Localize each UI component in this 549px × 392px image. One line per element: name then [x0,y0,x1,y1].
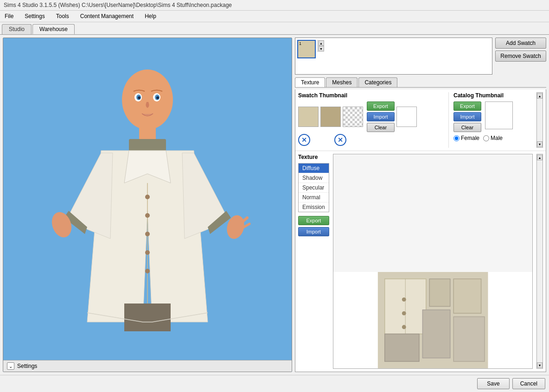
texture-section: Texture Diffuse Shadow Specular Normal E… [295,151,546,372]
svg-point-0 [122,70,173,130]
male-radio[interactable] [483,135,489,141]
texture-type-normal[interactable]: Normal [299,193,329,202]
svg-rect-24 [422,310,450,358]
scroll-up-button[interactable]: ▲ [319,40,324,46]
menu-content-management[interactable]: Content Management [77,12,136,20]
right-panel: 1 ▲ ▼ Add Swatch Remove Swatch Texture M… [295,38,546,372]
catalog-thumbnail-preview [485,101,513,129]
tab-warehouse[interactable]: Warehouse [32,24,75,34]
texture-type-specular[interactable]: Specular [299,183,329,193]
texture-preview [333,154,532,368]
svg-rect-23 [384,334,419,361]
main-tab-bar: Studio Warehouse [0,22,549,35]
tab-meshes[interactable]: Meshes [326,77,357,87]
swatch-scrollbar: ▲ ▼ [318,40,324,52]
tab-texture[interactable]: Texture [295,77,325,87]
texture-preview-area [333,154,533,369]
save-button[interactable]: Save [477,378,509,389]
scroll-up-texture-button[interactable]: ▲ [537,155,543,160]
texture-type-shadow[interactable]: Shadow [299,173,329,183]
thumbnail-row: Export Import Clear [298,101,444,132]
viewport-panel: ⌄ Settings [3,38,292,372]
thumb-catalog [396,107,417,127]
texture-bottom-half [333,272,532,368]
texture-import-button[interactable]: Import [298,227,329,236]
gender-row: Female Male [453,135,532,141]
texture-top: Swatch Thumbnail Export Import Clear [295,89,546,151]
male-radio-group[interactable]: Male [483,135,503,141]
swatch-thumbnail-section: Swatch Thumbnail Export Import Clear [298,92,444,148]
scroll-down-button[interactable]: ▼ [319,46,324,51]
texture-top-scrollbar[interactable]: ▲ ▼ [536,92,543,148]
catalog-thumbnail-title: Catalog Thumbnail [453,92,532,99]
swatch-number: 1 [299,41,301,46]
svg-point-26 [402,297,406,302]
3d-viewport[interactable] [3,38,292,360]
catalog-thumbnail-section: Catalog Thumbnail Export Import Clear Fe… [448,92,532,148]
svg-rect-25 [453,317,485,362]
settings-label: Settings [17,363,37,369]
texture-type-emission[interactable]: Emission [299,202,329,212]
menu-tools[interactable]: Tools [53,12,72,20]
settings-bar: ⌄ Settings [3,360,292,372]
texture-top-half [333,154,532,272]
svg-point-11 [145,213,150,218]
thumb-shadow [320,107,341,127]
settings-chevron-icon[interactable]: ⌄ [7,362,14,370]
catalog-clear-button[interactable]: Clear [453,123,481,132]
menu-file[interactable]: File [2,12,16,20]
menu-help[interactable]: Help [142,12,159,20]
texture-type-list: Diffuse Shadow Specular Normal Emission [298,163,329,212]
texture-svg [333,272,532,368]
menu-settings[interactable]: Settings [22,12,47,20]
catalog-export-button[interactable]: Export [453,101,481,111]
swatch-import-button[interactable]: Import [367,112,395,121]
x-icon: ✕ [301,136,307,144]
svg-point-6 [156,96,159,99]
female-radio-group[interactable]: Female [453,135,479,141]
svg-point-27 [402,311,406,316]
tab-studio[interactable]: Studio [2,24,32,34]
add-swatch-button[interactable]: Add Swatch [495,38,546,49]
svg-point-14 [145,269,150,273]
svg-point-13 [145,250,150,255]
female-label: Female [461,135,479,141]
thumb-diffuse [298,107,319,127]
swatch-export-button[interactable]: Export [367,101,395,111]
scroll-up-top-button[interactable]: ▲ [537,93,543,99]
thumb-specular [343,107,363,127]
remove-swatch-button[interactable]: Remove Swatch [495,51,546,62]
tab-categories[interactable]: Categories [358,77,397,87]
swatch-item[interactable]: 1 [297,40,316,58]
cancel-button[interactable]: Cancel [512,378,545,389]
delete-row: ✕ ✕ [298,134,444,146]
scroll-down-texture-button[interactable]: ▼ [537,362,543,368]
svg-rect-20 [453,279,481,313]
title-bar: Sims 4 Studio 3.1.5.5 (Wishes) C:\Users\… [0,0,549,11]
texture-section-title: Texture [298,154,329,160]
texture-type-diffuse[interactable]: Diffuse [299,164,329,173]
swatch-buttons: Add Swatch Remove Swatch [495,38,546,75]
menu-bar: File Settings Tools Content Management H… [0,11,549,22]
delete-shadow-button[interactable]: ✕ [334,134,346,146]
texture-export-button[interactable]: Export [298,216,329,225]
character-svg [32,53,263,345]
x-icon-2: ✕ [338,136,343,144]
svg-point-28 [402,325,406,329]
female-radio[interactable] [453,135,460,141]
title-text: Sims 4 Studio 3.1.5.5 (Wishes) C:\Users\… [4,2,232,8]
swatch-list[interactable]: 1 ▲ ▼ [295,38,492,75]
catalog-import-button[interactable]: Import [453,112,481,121]
bottom-bar: Save Cancel [0,375,549,392]
main-content: ⌄ Settings 1 ▲ ▼ Add Swatch Remove Swatc… [0,35,549,375]
svg-point-5 [138,96,140,99]
catalog-buttons: Export Import Clear [453,101,481,132]
sub-tab-bar: Texture Meshes Categories [295,77,546,88]
texture-content: Swatch Thumbnail Export Import Clear [295,89,546,372]
swatch-row: 1 ▲ ▼ Add Swatch Remove Swatch [295,38,546,75]
scroll-down-top-button[interactable]: ▼ [537,141,543,147]
male-label: Male [491,135,503,141]
swatch-clear-button[interactable]: Clear [367,123,395,132]
delete-diffuse-button[interactable]: ✕ [298,134,310,146]
texture-section-scrollbar[interactable]: ▲ ▼ [536,154,543,369]
